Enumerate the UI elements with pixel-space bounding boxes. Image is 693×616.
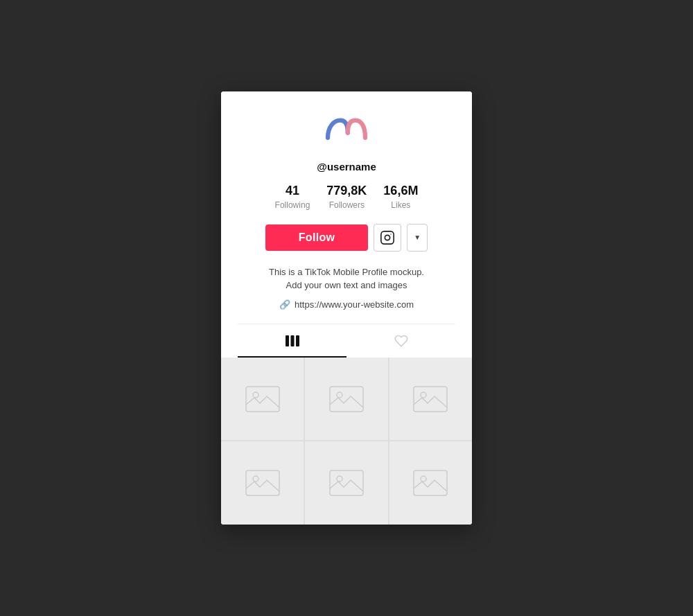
placeholder-image-icon — [245, 385, 281, 413]
link-icon: 🔗 — [279, 299, 290, 310]
grid-item[interactable] — [305, 441, 387, 524]
grid-item[interactable] — [389, 441, 472, 524]
following-label: Following — [275, 200, 310, 210]
followers-value: 779,8K — [326, 184, 367, 199]
svg-point-13 — [253, 476, 258, 482]
tabs-row — [238, 324, 455, 358]
placeholder-image-icon — [328, 385, 365, 413]
website-link[interactable]: https://www.your-website.com — [295, 299, 414, 310]
phone-card: @username 41 Following 779,8K Followers … — [221, 91, 472, 524]
stat-likes: 16,6M Likes — [383, 184, 418, 210]
likes-label: Likes — [391, 200, 410, 210]
placeholder-image-icon — [412, 469, 448, 497]
svg-point-1 — [385, 235, 390, 240]
following-value: 41 — [286, 184, 299, 199]
svg-rect-16 — [414, 470, 447, 495]
grid-item[interactable] — [221, 441, 304, 524]
instagram-button[interactable] — [374, 224, 401, 252]
svg-point-11 — [421, 392, 426, 398]
svg-rect-12 — [246, 470, 279, 495]
placeholder-image-icon — [328, 469, 365, 497]
svg-point-7 — [253, 392, 258, 398]
username: @username — [317, 161, 376, 173]
placeholder-image-icon — [412, 385, 448, 413]
chevron-down-icon: ▼ — [414, 234, 421, 241]
stat-followers: 779,8K Followers — [326, 184, 367, 210]
svg-rect-5 — [296, 335, 299, 346]
heart-icon — [394, 334, 409, 348]
grid-icon — [285, 334, 300, 348]
placeholder-image-icon — [245, 469, 281, 497]
grid-section — [221, 358, 472, 525]
followers-label: Followers — [329, 200, 365, 210]
grid-item[interactable] — [305, 358, 387, 440]
profile-section: @username 41 Following 779,8K Followers … — [221, 91, 472, 358]
likes-value: 16,6M — [383, 184, 418, 199]
svg-rect-4 — [290, 335, 294, 346]
svg-rect-8 — [330, 387, 363, 412]
svg-point-17 — [421, 476, 426, 482]
instagram-icon — [380, 230, 395, 245]
bio-text: This is a TikTok Mobile Profile mockup.A… — [269, 265, 424, 292]
svg-point-2 — [391, 234, 392, 234]
tab-grid[interactable] — [238, 324, 346, 358]
svg-rect-0 — [381, 231, 394, 244]
svg-rect-3 — [286, 335, 289, 346]
dropdown-button[interactable]: ▼ — [407, 224, 428, 252]
follow-button[interactable]: Follow — [265, 225, 368, 251]
buttons-row: Follow ▼ — [265, 224, 428, 252]
logo-container — [322, 114, 371, 150]
svg-point-9 — [337, 392, 342, 398]
tab-liked[interactable] — [346, 324, 455, 358]
stats-row: 41 Following 779,8K Followers 16,6M Like… — [275, 184, 419, 210]
grid-item[interactable] — [221, 358, 304, 440]
stat-following: 41 Following — [275, 184, 310, 210]
website-row: 🔗 https://www.your-website.com — [279, 299, 414, 310]
svg-rect-6 — [246, 387, 279, 412]
svg-rect-14 — [330, 470, 363, 495]
app-logo — [322, 114, 371, 147]
grid-item[interactable] — [389, 358, 472, 440]
svg-point-15 — [337, 476, 342, 482]
svg-rect-10 — [414, 387, 447, 412]
